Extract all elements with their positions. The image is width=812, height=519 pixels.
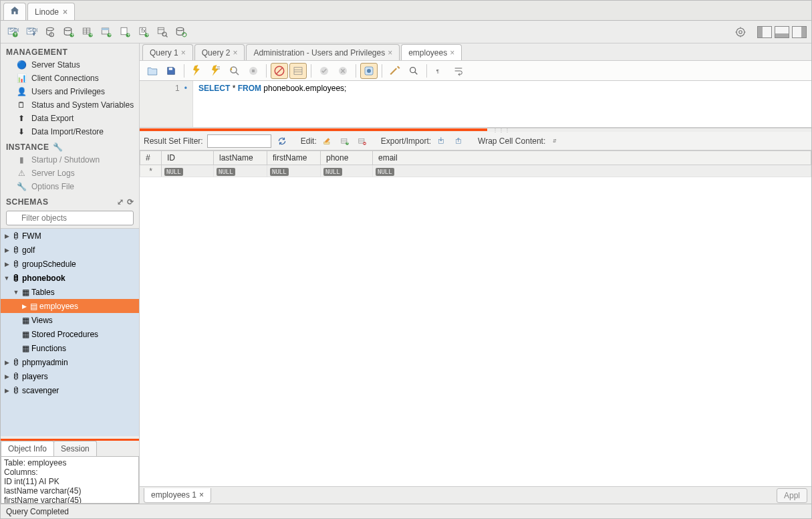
invisible-chars-button[interactable]: ¶ [431,63,448,79]
result-grid[interactable]: # ID lastName firstName phone email * NU… [140,150,811,486]
close-icon[interactable]: × [181,48,186,58]
execute-current-button[interactable] [207,63,225,79]
wrap-label: Wrap Cell Content: [478,136,545,146]
word-wrap-button[interactable] [450,63,467,79]
col-header[interactable]: firstName [267,151,321,165]
col-header[interactable]: phone [321,151,373,165]
wrap-cell-button[interactable]: ⇵ [549,134,563,148]
cell[interactable]: NULL [162,165,214,177]
insert-row-button[interactable]: + [338,134,352,148]
folder-views[interactable]: ▦Views [1,313,139,327]
sql-editor[interactable]: 1 • SELECT * FROM phonebook.employees; [140,81,811,128]
sidebar-item-data-export[interactable]: ⬆Data Export [1,112,139,125]
stop-button[interactable] [245,63,262,79]
new-schema-button[interactable]: + [61,24,77,40]
schema-fwm[interactable]: ▶🛢FWM [1,229,139,243]
schema-filter-input[interactable] [6,211,134,225]
sidebar-item-startup-shutdown[interactable]: ▮Startup / Shutdown [1,153,139,167]
export-result-button[interactable] [435,134,448,148]
tab-query-2[interactable]: Query 2× [194,44,245,60]
new-procedure-button[interactable]: + [117,24,133,40]
table-employees[interactable]: ▶▤employees [1,299,139,313]
close-icon[interactable]: × [233,48,237,58]
result-filter-input[interactable] [207,134,271,148]
schemas-header: SCHEMAS⤢⟳ [1,193,139,208]
label: Data Export [31,114,74,123]
new-view-button[interactable]: + [98,24,114,40]
refresh-icon[interactable]: ⟳ [127,197,134,207]
connection-tab-linode[interactable]: Linode × [27,3,75,20]
rollback-button[interactable] [334,63,352,79]
inspector-button[interactable]: i [42,24,58,40]
col-header[interactable]: email [373,151,811,165]
col-header[interactable]: lastName [214,151,267,165]
cell[interactable]: NULL [267,165,321,177]
toggle-whitespace-button[interactable] [289,63,307,79]
save-button[interactable] [162,63,180,79]
tab-object-info[interactable]: Object Info [1,441,54,456]
toggle-bottom-panel-button[interactable] [774,24,790,40]
toggle-right-panel-button[interactable] [791,24,807,40]
label: employees [408,48,447,58]
sidebar-item-status-variables[interactable]: 🗒Status and System Variables [1,98,139,112]
svg-rect-51 [294,67,302,74]
schema-phpmyadmin[interactable]: ▶🛢phpmyadmin [1,355,139,369]
schema-golf[interactable]: ▶🛢golf [1,243,139,257]
edit-row-button[interactable] [321,134,334,148]
settings-button[interactable] [732,24,749,40]
schema-scavenger[interactable]: ▶🛢scavenger [1,383,139,397]
editor-result-splitter[interactable] [140,128,487,131]
expand-icon[interactable]: ⤢ [117,197,124,207]
cell[interactable]: NULL [373,165,811,177]
drag-handle-icon[interactable]: ⋮⋮⋮ [493,127,511,133]
open-sql-button[interactable]: SQL [23,24,39,40]
result-tab-employees[interactable]: employees 1× [144,488,211,503]
toggle-left-panel-button[interactable] [757,24,773,40]
limit-rows-button[interactable] [271,63,288,79]
col-header[interactable]: ID [162,151,214,165]
find-button[interactable] [405,63,422,79]
tab-employees[interactable]: employees× [401,44,462,60]
close-icon[interactable]: × [388,48,392,58]
col-header[interactable]: # [140,151,162,165]
folder-tables[interactable]: ▼▦Tables [1,285,139,299]
folder-functions[interactable]: ▦Functions [1,341,139,355]
cell[interactable]: NULL [321,165,373,177]
reconnect-button[interactable] [173,24,189,40]
search-table-button[interactable] [154,24,170,40]
home-tab[interactable] [3,3,26,20]
refresh-button[interactable] [275,134,289,148]
sql-code[interactable]: SELECT * FROM phonebook.employees; [193,81,352,127]
close-icon[interactable]: × [199,490,204,500]
label: Query 2 [202,48,231,58]
close-icon[interactable]: × [63,7,67,17]
sidebar-item-server-status[interactable]: 🔵Server Status [1,58,139,72]
autocommit-button[interactable] [360,63,378,79]
sidebar-item-options-file[interactable]: 🔧Options File [1,180,139,193]
sidebar-item-users-privileges[interactable]: 👤Users and Privileges [1,85,139,98]
tab-admin-users[interactable]: Administration - Users and Privileges× [246,44,400,60]
folder-stored-procedures[interactable]: ▦Stored Procedures [1,327,139,341]
execute-button[interactable] [188,63,206,79]
grid-row[interactable]: * NULL NULL NULL NULL NULL [140,165,811,177]
new-table-button[interactable]: + [80,24,96,40]
new-function-button[interactable]: fx+ [136,24,152,40]
new-sql-tab-button[interactable]: SQL+ [5,24,21,40]
cell[interactable]: NULL [214,165,267,177]
tab-query-1[interactable]: Query 1× [142,44,193,60]
beautify-button[interactable] [386,63,404,79]
sidebar-item-server-logs[interactable]: ⚠Server Logs [1,167,139,180]
sidebar-item-client-connections[interactable]: 📊Client Connections [1,72,139,85]
schema-groupschedule[interactable]: ▶🛢groupSchedule [1,257,139,271]
close-icon[interactable]: × [450,48,454,58]
sidebar-item-data-import[interactable]: ⬇Data Import/Restore [1,125,139,138]
commit-button[interactable] [315,63,333,79]
explain-button[interactable] [226,63,243,79]
tab-session[interactable]: Session [53,441,97,456]
import-result-button[interactable] [452,134,466,148]
delete-row-button[interactable] [356,134,369,148]
schema-phonebook[interactable]: ▼🛢phonebook [1,271,139,285]
apply-button[interactable]: Appl [777,488,807,503]
open-file-button[interactable] [144,63,161,79]
schema-players[interactable]: ▶🛢players [1,369,139,383]
